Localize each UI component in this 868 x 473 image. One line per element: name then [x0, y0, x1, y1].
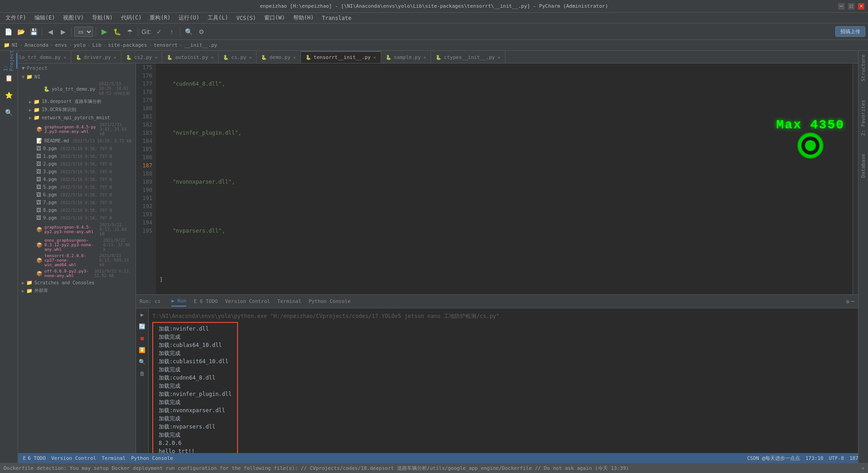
- menu-edit[interactable]: 编辑(E): [31, 13, 59, 23]
- tree-item-uff[interactable]: 📦 uff-0.6.9-py2.py3-none-any.whl 2021/9/…: [33, 268, 136, 279]
- upload-button[interactable]: 招搞上传: [835, 26, 865, 37]
- menu-run[interactable]: 运行(U): [175, 13, 203, 23]
- path-tensorrt[interactable]: tensorrt: [154, 42, 178, 48]
- menu-help[interactable]: 帮助(H): [290, 13, 318, 23]
- tree-item-pgm0[interactable]: 🖼 0.pgm 2022/5/16 9:50, 797 B: [33, 145, 136, 152]
- path-envs[interactable]: envs: [55, 42, 67, 48]
- tree-item-onnx[interactable]: 📦 onnx_graphsurgeon-0.3.12-py2.py3-none-…: [33, 237, 136, 253]
- status-encoding[interactable]: UTF-8: [829, 455, 844, 461]
- coverage-button[interactable]: ☂: [124, 26, 135, 37]
- git-button[interactable]: Git:: [141, 26, 152, 37]
- run-stop-btn[interactable]: ■: [138, 334, 147, 343]
- run-tab-terminal[interactable]: Terminal: [277, 297, 301, 306]
- tree-item-gs1[interactable]: 📦 graphsurgeon-0.4.5-py2.py3-none-any.wh…: [33, 122, 136, 137]
- status-python-console[interactable]: Python Console: [131, 455, 173, 461]
- push-button[interactable]: ↑: [166, 26, 177, 37]
- path-yolo[interactable]: yolo: [74, 42, 86, 48]
- project-header[interactable]: ▼ Project: [18, 63, 136, 73]
- tree-item-pgm2[interactable]: 🖼 2.pgm 2022/5/16 9:50, 797 B: [33, 160, 136, 168]
- tree-item-readme[interactable]: 📝 README.md 2022/5/13 10:29, 8.72 kB: [33, 137, 136, 145]
- path-site-packages[interactable]: site-packages: [108, 42, 147, 48]
- tree-item-pgm7[interactable]: 🖼 7.pgm 2022/5/16 9:50, 797 B: [33, 199, 136, 206]
- tree-item-ni[interactable]: ▼ 📁 NI: [18, 73, 136, 81]
- tab-close-demo[interactable]: ✕: [293, 55, 296, 60]
- search-button[interactable]: 🔍: [183, 26, 194, 37]
- menu-refactor[interactable]: 重构(R): [146, 13, 174, 23]
- open-button[interactable]: 📂: [15, 26, 26, 37]
- menu-code[interactable]: 代码(C): [117, 13, 145, 23]
- run-button[interactable]: ▶: [99, 26, 110, 37]
- run-play-btn[interactable]: ▶: [138, 310, 147, 319]
- tree-item-network[interactable]: ▶ 📁 network_api_pytorch_mnist: [25, 114, 136, 122]
- tab-close-autoinit[interactable]: ✕: [211, 55, 213, 60]
- tab-driver[interactable]: 🐍 driver.py ✕: [71, 51, 121, 63]
- menu-translate[interactable]: Translate: [318, 14, 355, 22]
- tree-item-external[interactable]: ▶ 📁 外部库: [18, 287, 136, 295]
- run-tab-todo[interactable]: E 6 TODO: [194, 297, 218, 306]
- tab-cs[interactable]: 🐍 cs.py ✕: [218, 51, 257, 63]
- tree-item-yolo-demo[interactable]: 🐍 yolo_trt_demo.py 2022/5/13 10:29, 14.6…: [40, 81, 136, 98]
- tree-item-pgm4[interactable]: 🖼 4.pgm 2022/5/16 9:50, 797 B: [33, 176, 136, 183]
- minimize-button[interactable]: ─: [838, 3, 844, 10]
- menu-file[interactable]: 文件(F): [2, 13, 30, 23]
- tab-close-ctypes[interactable]: ✕: [498, 55, 500, 60]
- tree-item-ocr[interactable]: ▶ 📁 19.OCR车牌识别: [25, 106, 136, 114]
- run-reload-btn[interactable]: 🔄: [138, 322, 147, 331]
- run-tab-version-control[interactable]: Version Control: [225, 297, 270, 306]
- editor-scrollbar[interactable]: [853, 63, 858, 294]
- code-container[interactable]: 175 176 177 178 179 180 181 182 183 184 …: [136, 63, 858, 294]
- tab-close-cs2[interactable]: ✕: [155, 55, 157, 60]
- path-lib[interactable]: Lib: [92, 42, 102, 48]
- settings-button[interactable]: ⚙: [196, 26, 207, 37]
- run-scroll-end-btn[interactable]: ⏬: [138, 346, 147, 355]
- run-gear-icon[interactable]: ⚙: [846, 298, 849, 305]
- run-close-icon[interactable]: ─: [851, 298, 854, 305]
- path-ni[interactable]: NI: [12, 42, 18, 48]
- commit-button[interactable]: ✓: [154, 26, 165, 37]
- tree-item-pgm8[interactable]: 🖼 8.pgm 2022/5/16 9:50, 797 B: [33, 206, 136, 214]
- menu-navigate[interactable]: 导航(N): [88, 13, 116, 23]
- tab-tensorrt-init[interactable]: 🐍 tensorrt__init__.py ✕: [301, 51, 381, 63]
- tab-close-yolo[interactable]: ✕: [63, 55, 66, 60]
- tree-item-scratches[interactable]: ▶ 📁 Scratches and Consoles: [18, 279, 136, 287]
- tab-sample[interactable]: 🐍 sample.py ✕: [381, 51, 432, 63]
- tab-cs2[interactable]: 🐍 cs2.py ✕: [121, 51, 163, 63]
- config-dropdown[interactable]: cs: [74, 27, 93, 37]
- tree-item-pgm3[interactable]: 🖼 3.pgm 2022/5/16 9:50, 797 B: [33, 168, 136, 176]
- tab-close-driver[interactable]: ✕: [114, 55, 116, 60]
- run-trash-btn[interactable]: 🗑: [138, 369, 147, 378]
- run-tab-python-console[interactable]: Python Console: [309, 297, 351, 306]
- status-todo[interactable]: E 6 TODO: [23, 455, 46, 461]
- run-tab-run[interactable]: ▶ Run: [171, 296, 186, 307]
- notification-close[interactable]: ✕: [861, 465, 864, 471]
- tree-item-pgm1[interactable]: 🖼 1.pgm 2022/5/16 9:50, 797 B: [33, 152, 136, 160]
- close-button[interactable]: ✕: [858, 3, 864, 10]
- save-button[interactable]: 💾: [28, 26, 39, 37]
- status-version-control[interactable]: Version Control: [51, 455, 96, 461]
- debug-button[interactable]: 🐛: [112, 26, 122, 37]
- forward-button[interactable]: ▶: [58, 26, 68, 37]
- tree-item-trt-whl[interactable]: 📦 tensorrt-8.2.0.6-cp37-none-win_amd64.w…: [33, 253, 136, 268]
- menu-tools[interactable]: 工具(L): [204, 13, 232, 23]
- maximize-button[interactable]: □: [848, 3, 854, 10]
- path-init[interactable]: __init__.py: [184, 42, 218, 48]
- tree-item-deepsort[interactable]: ▶ 📁 18.deepsort 道路车辆分析: [25, 98, 136, 106]
- menu-window[interactable]: 窗口(W): [261, 13, 289, 23]
- tree-item-pgm9[interactable]: 🖼 9.pgm 2022/5/16 9:50, 797 B: [33, 214, 136, 222]
- tab-ctypes-init[interactable]: 🐍 ctypes__init__.py ✕: [431, 51, 505, 63]
- status-terminal[interactable]: Terminal: [102, 455, 126, 461]
- back-button[interactable]: ◀: [45, 26, 56, 37]
- tab-autoinit[interactable]: 🐍 autoinit.py ✕: [162, 51, 218, 63]
- run-filter-btn[interactable]: 🔍: [138, 357, 147, 366]
- tab-close-cs[interactable]: ✕: [249, 55, 252, 60]
- tab-close-sample[interactable]: ✕: [423, 55, 426, 60]
- tab-demo[interactable]: 🐍 demo.py ✕: [257, 51, 301, 63]
- menu-view[interactable]: 视图(V): [59, 13, 87, 23]
- new-button[interactable]: 📄: [3, 26, 14, 37]
- tree-item-pgm6[interactable]: 🖼 6.pgm 2022/5/16 9:50, 797 B: [33, 191, 136, 199]
- tab-close-tensorrt[interactable]: ✕: [373, 55, 376, 60]
- tree-item-pgm5[interactable]: 🖼 5.pgm 2022/5/16 9:50, 797 B: [33, 183, 136, 191]
- path-anaconda[interactable]: Anaconda: [24, 42, 48, 48]
- menu-vcs[interactable]: VCS(S): [233, 14, 260, 22]
- tree-item-gs2[interactable]: 📦 graphsurgeon-0.4.5-py2.py3-none-any.wh…: [33, 222, 136, 237]
